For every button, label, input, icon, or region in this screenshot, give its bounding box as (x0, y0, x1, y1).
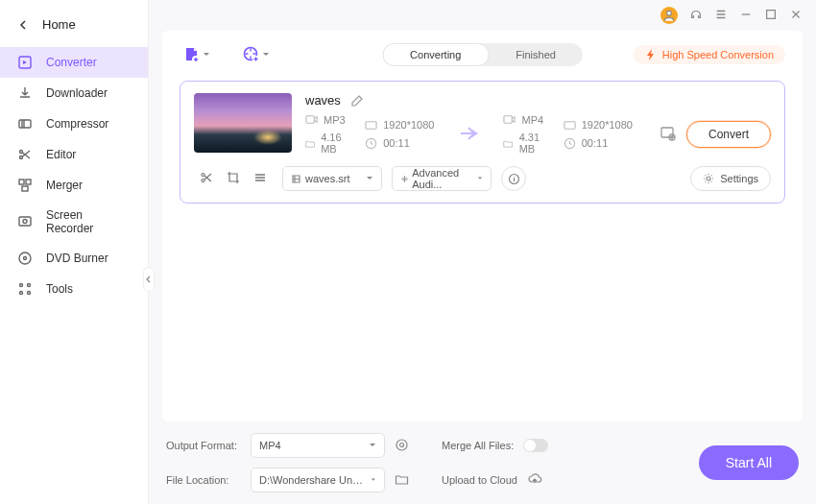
cloud-icon[interactable] (527, 471, 542, 489)
clock-icon (365, 137, 377, 150)
sidebar-item-downloader[interactable]: Downloader (0, 78, 148, 108)
add-file-button[interactable] (180, 42, 214, 67)
output-format-select[interactable]: MP4 (251, 433, 385, 458)
convert-button[interactable]: Convert (686, 121, 771, 148)
svg-point-8 (23, 220, 27, 224)
edit-icon[interactable] (350, 94, 364, 108)
src-format: MP3 (324, 114, 346, 126)
chevron-down-icon (203, 51, 210, 59)
nav-label: Tools (46, 282, 73, 296)
svg-point-10 (24, 257, 27, 260)
sidebar-item-dvd-burner[interactable]: DVD Burner (0, 243, 148, 274)
merge-label: Merge All Files: (442, 440, 514, 451)
svg-point-32 (396, 440, 407, 450)
svg-point-12 (28, 284, 31, 287)
svg-rect-21 (366, 121, 376, 128)
crop-icon[interactable] (227, 171, 240, 187)
trim-icon[interactable] (200, 171, 213, 187)
svg-point-13 (20, 292, 23, 295)
svg-point-3 (20, 156, 23, 159)
svg-rect-20 (306, 116, 314, 123)
sidebar: Home Converter Downloader Compressor Edi… (0, 0, 149, 504)
tab-converting[interactable]: Converting (382, 43, 489, 66)
thumbnail[interactable] (194, 93, 292, 153)
svg-point-15 (667, 11, 672, 15)
sidebar-item-compressor[interactable]: Compressor (0, 108, 148, 139)
add-file-icon (183, 46, 201, 63)
upload-label: Upload to Cloud (442, 474, 517, 486)
chevron-down-icon (369, 442, 376, 449)
compressor-icon (17, 116, 33, 132)
svg-point-9 (19, 252, 31, 264)
open-folder-icon[interactable] (395, 472, 409, 489)
dst-format: MP4 (521, 114, 543, 126)
merger-icon (17, 178, 33, 193)
back-icon (17, 19, 29, 31)
high-speed-badge[interactable]: High Speed Conversion (634, 45, 785, 64)
dst-size: 4.31 MB (519, 132, 550, 155)
subtitle-icon (291, 174, 301, 184)
nav-label: Converter (46, 56, 97, 69)
footer: Output Format: MP4 Merge All Files: File… (149, 421, 816, 504)
home-link[interactable]: Home (0, 8, 148, 41)
svg-point-11 (20, 284, 23, 287)
sidebar-item-tools[interactable]: Tools (0, 274, 148, 304)
sidebar-collapse-handle[interactable] (143, 267, 155, 292)
tab-finished[interactable]: Finished (489, 43, 583, 66)
sidebar-item-converter[interactable]: Converter (0, 47, 148, 78)
titlebar (149, 0, 816, 31)
clock-icon (564, 137, 576, 150)
chevron-down-icon (262, 51, 270, 59)
chevron-down-icon (371, 476, 376, 484)
minimize-icon[interactable] (739, 8, 753, 24)
format-settings-icon[interactable] (395, 438, 409, 454)
src-size: 4.16 MB (321, 132, 351, 155)
svg-point-28 (202, 173, 204, 176)
disc-icon (17, 251, 33, 266)
nav-label: Downloader (46, 86, 108, 100)
sidebar-item-screen-recorder[interactable]: Screen Recorder (0, 201, 148, 243)
audio-select[interactable]: Advanced Audi... (392, 166, 492, 191)
recorder-icon (17, 214, 33, 229)
audio-icon (400, 174, 408, 184)
maximize-icon[interactable] (764, 8, 778, 24)
start-all-button[interactable]: Start All (699, 445, 799, 480)
subtitle-value: waves.srt (305, 173, 349, 184)
main: Converting Finished High Speed Conversio… (149, 0, 816, 504)
add-url-icon (243, 46, 260, 63)
nav-label: DVD Burner (46, 252, 108, 265)
menu-icon[interactable] (714, 8, 728, 24)
headset-icon[interactable] (689, 8, 703, 24)
folder-icon (305, 137, 315, 150)
close-icon[interactable] (789, 8, 803, 24)
svg-rect-5 (26, 180, 31, 184)
audio-value: Advanced Audi... (412, 167, 471, 190)
svg-point-33 (400, 443, 404, 446)
add-url-button[interactable] (239, 42, 274, 67)
svg-rect-4 (19, 180, 24, 184)
effect-icon[interactable] (253, 171, 267, 187)
output-settings-icon[interactable] (660, 125, 677, 144)
nav-label: Merger (46, 179, 83, 192)
video-icon (503, 113, 516, 126)
bolt-icon (645, 49, 657, 60)
sidebar-item-editor[interactable]: Editor (0, 139, 148, 170)
subtitle-select[interactable]: waves.srt (282, 166, 382, 191)
dst-res: 1920*1080 (582, 119, 633, 131)
file-location-select[interactable]: D:\Wondershare UniConverter 1 (251, 468, 385, 492)
sidebar-item-merger[interactable]: Merger (0, 170, 148, 201)
info-button[interactable] (501, 166, 526, 191)
hsc-label: High Speed Conversion (662, 49, 774, 60)
svg-point-14 (28, 292, 31, 295)
resolution-icon (564, 119, 576, 132)
avatar[interactable] (660, 7, 678, 24)
svg-rect-26 (661, 128, 673, 137)
status-tabs: Converting Finished (382, 43, 583, 66)
chevron-down-icon (366, 175, 373, 182)
file-location-label: File Location: (166, 474, 241, 486)
settings-label: Settings (720, 173, 758, 184)
merge-toggle[interactable] (523, 439, 548, 452)
settings-button[interactable]: Settings (690, 166, 771, 191)
resolution-icon (365, 119, 377, 132)
home-label: Home (42, 17, 76, 32)
